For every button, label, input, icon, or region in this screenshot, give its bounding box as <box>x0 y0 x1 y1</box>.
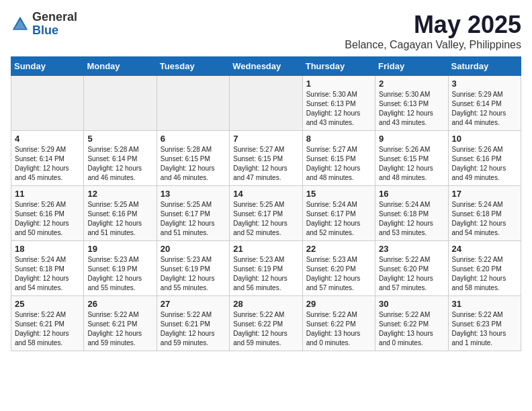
calendar-cell <box>230 76 302 131</box>
logo-text: General Blue <box>32 11 77 38</box>
day-info: Sunrise: 5:25 AM Sunset: 6:16 PM Dayligh… <box>87 200 152 238</box>
day-info: Sunrise: 5:30 AM Sunset: 6:13 PM Dayligh… <box>379 90 444 128</box>
calendar-cell: 18Sunrise: 5:24 AM Sunset: 6:18 PM Dayli… <box>11 241 84 296</box>
day-number: 12 <box>87 189 152 199</box>
calendar-cell <box>157 76 229 131</box>
title-area: May 2025 Belance, Cagayan Valley, Philip… <box>345 11 521 51</box>
header-day: Monday <box>84 57 157 76</box>
day-number: 8 <box>306 134 371 144</box>
day-info: Sunrise: 5:22 AM Sunset: 6:21 PM Dayligh… <box>161 310 226 348</box>
day-number: 18 <box>15 244 80 254</box>
header-day: Wednesday <box>230 57 302 76</box>
calendar-cell: 5Sunrise: 5:28 AM Sunset: 6:14 PM Daylig… <box>84 131 157 186</box>
day-info: Sunrise: 5:22 AM Sunset: 6:21 PM Dayligh… <box>87 310 152 348</box>
header-day: Tuesday <box>157 57 229 76</box>
day-number: 19 <box>87 244 152 254</box>
month-title: May 2025 <box>345 11 521 39</box>
calendar-cell: 25Sunrise: 5:22 AM Sunset: 6:21 PM Dayli… <box>11 296 84 351</box>
day-number: 9 <box>379 134 444 144</box>
day-info: Sunrise: 5:28 AM Sunset: 6:15 PM Dayligh… <box>161 145 226 183</box>
day-info: Sunrise: 5:27 AM Sunset: 6:15 PM Dayligh… <box>233 145 298 183</box>
logo-general: General <box>32 11 77 24</box>
calendar-cell: 8Sunrise: 5:27 AM Sunset: 6:15 PM Daylig… <box>302 131 375 186</box>
day-number: 10 <box>452 134 517 144</box>
calendar-cell: 22Sunrise: 5:23 AM Sunset: 6:20 PM Dayli… <box>302 241 375 296</box>
day-number: 14 <box>233 189 298 199</box>
calendar-cell: 14Sunrise: 5:25 AM Sunset: 6:17 PM Dayli… <box>230 186 302 241</box>
calendar-cell: 3Sunrise: 5:29 AM Sunset: 6:14 PM Daylig… <box>448 76 521 131</box>
header-day: Saturday <box>448 57 521 76</box>
calendar-cell: 10Sunrise: 5:26 AM Sunset: 6:16 PM Dayli… <box>448 131 521 186</box>
day-number: 20 <box>161 244 226 254</box>
calendar-cell: 9Sunrise: 5:26 AM Sunset: 6:15 PM Daylig… <box>375 131 448 186</box>
header-row: SundayMondayTuesdayWednesdayThursdayFrid… <box>11 57 521 76</box>
calendar-week: 25Sunrise: 5:22 AM Sunset: 6:21 PM Dayli… <box>11 296 521 351</box>
calendar-table: SundayMondayTuesdayWednesdayThursdayFrid… <box>11 56 521 351</box>
calendar-cell: 15Sunrise: 5:24 AM Sunset: 6:17 PM Dayli… <box>302 186 375 241</box>
day-number: 16 <box>379 189 444 199</box>
day-info: Sunrise: 5:23 AM Sunset: 6:20 PM Dayligh… <box>306 255 371 293</box>
calendar-cell: 6Sunrise: 5:28 AM Sunset: 6:15 PM Daylig… <box>157 131 229 186</box>
day-number: 3 <box>452 79 517 89</box>
header-day: Friday <box>375 57 448 76</box>
day-number: 29 <box>306 299 371 309</box>
calendar-cell: 31Sunrise: 5:22 AM Sunset: 6:23 PM Dayli… <box>448 296 521 351</box>
day-info: Sunrise: 5:30 AM Sunset: 6:13 PM Dayligh… <box>306 90 371 128</box>
day-info: Sunrise: 5:26 AM Sunset: 6:16 PM Dayligh… <box>452 145 517 183</box>
day-number: 11 <box>15 189 80 199</box>
day-info: Sunrise: 5:29 AM Sunset: 6:14 PM Dayligh… <box>452 90 517 128</box>
calendar-cell: 23Sunrise: 5:22 AM Sunset: 6:20 PM Dayli… <box>375 241 448 296</box>
day-info: Sunrise: 5:25 AM Sunset: 6:17 PM Dayligh… <box>161 200 226 238</box>
day-info: Sunrise: 5:25 AM Sunset: 6:17 PM Dayligh… <box>233 200 298 238</box>
day-info: Sunrise: 5:22 AM Sunset: 6:22 PM Dayligh… <box>306 310 371 348</box>
logo-icon <box>11 15 30 34</box>
day-info: Sunrise: 5:22 AM Sunset: 6:23 PM Dayligh… <box>452 310 517 348</box>
header-day: Thursday <box>302 57 375 76</box>
calendar-cell <box>84 76 157 131</box>
calendar-cell: 28Sunrise: 5:22 AM Sunset: 6:22 PM Dayli… <box>230 296 302 351</box>
calendar-cell: 13Sunrise: 5:25 AM Sunset: 6:17 PM Dayli… <box>157 186 229 241</box>
day-number: 24 <box>452 244 517 254</box>
calendar-cell: 19Sunrise: 5:23 AM Sunset: 6:19 PM Dayli… <box>84 241 157 296</box>
day-number: 27 <box>161 299 226 309</box>
day-info: Sunrise: 5:22 AM Sunset: 6:22 PM Dayligh… <box>379 310 444 348</box>
day-info: Sunrise: 5:28 AM Sunset: 6:14 PM Dayligh… <box>87 145 152 183</box>
day-number: 25 <box>15 299 80 309</box>
day-number: 4 <box>15 134 80 144</box>
day-number: 15 <box>306 189 371 199</box>
calendar-cell: 11Sunrise: 5:26 AM Sunset: 6:16 PM Dayli… <box>11 186 84 241</box>
day-number: 13 <box>161 189 226 199</box>
calendar-week: 18Sunrise: 5:24 AM Sunset: 6:18 PM Dayli… <box>11 241 521 296</box>
day-number: 30 <box>379 299 444 309</box>
day-number: 26 <box>87 299 152 309</box>
day-info: Sunrise: 5:22 AM Sunset: 6:22 PM Dayligh… <box>233 310 298 348</box>
calendar-cell: 4Sunrise: 5:29 AM Sunset: 6:14 PM Daylig… <box>11 131 84 186</box>
day-info: Sunrise: 5:23 AM Sunset: 6:19 PM Dayligh… <box>87 255 152 293</box>
calendar-cell: 30Sunrise: 5:22 AM Sunset: 6:22 PM Dayli… <box>375 296 448 351</box>
day-info: Sunrise: 5:22 AM Sunset: 6:20 PM Dayligh… <box>452 255 517 293</box>
day-info: Sunrise: 5:24 AM Sunset: 6:17 PM Dayligh… <box>306 200 371 238</box>
day-number: 28 <box>233 299 298 309</box>
day-info: Sunrise: 5:24 AM Sunset: 6:18 PM Dayligh… <box>15 255 80 293</box>
calendar-cell: 21Sunrise: 5:23 AM Sunset: 6:19 PM Dayli… <box>230 241 302 296</box>
day-info: Sunrise: 5:23 AM Sunset: 6:19 PM Dayligh… <box>161 255 226 293</box>
header-day: Sunday <box>11 57 84 76</box>
calendar-cell: 20Sunrise: 5:23 AM Sunset: 6:19 PM Dayli… <box>157 241 229 296</box>
calendar-cell: 29Sunrise: 5:22 AM Sunset: 6:22 PM Dayli… <box>302 296 375 351</box>
day-info: Sunrise: 5:24 AM Sunset: 6:18 PM Dayligh… <box>379 200 444 238</box>
location-title: Belance, Cagayan Valley, Philippines <box>345 39 521 51</box>
day-number: 1 <box>306 79 371 89</box>
calendar-cell <box>11 76 84 131</box>
calendar-week: 11Sunrise: 5:26 AM Sunset: 6:16 PM Dayli… <box>11 186 521 241</box>
logo: General Blue <box>11 11 77 38</box>
calendar-cell: 7Sunrise: 5:27 AM Sunset: 6:15 PM Daylig… <box>230 131 302 186</box>
logo-blue: Blue <box>32 24 77 38</box>
day-number: 21 <box>233 244 298 254</box>
day-info: Sunrise: 5:23 AM Sunset: 6:19 PM Dayligh… <box>233 255 298 293</box>
day-number: 22 <box>306 244 371 254</box>
calendar-week: 1Sunrise: 5:30 AM Sunset: 6:13 PM Daylig… <box>11 76 521 131</box>
day-info: Sunrise: 5:22 AM Sunset: 6:20 PM Dayligh… <box>379 255 444 293</box>
calendar-cell: 24Sunrise: 5:22 AM Sunset: 6:20 PM Dayli… <box>448 241 521 296</box>
day-number: 7 <box>233 134 298 144</box>
page-header: General Blue May 2025 Belance, Cagayan V… <box>11 11 521 51</box>
